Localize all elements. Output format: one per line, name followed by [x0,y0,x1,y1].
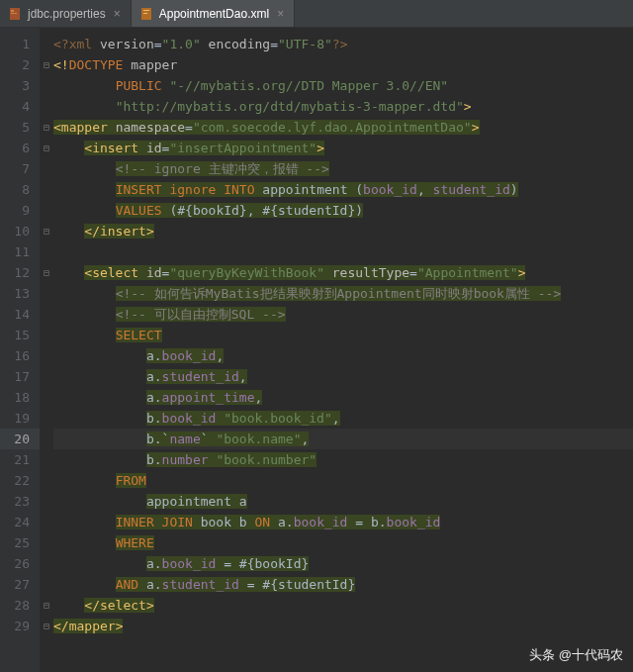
code-line: <mapper namespace="com.soecode.lyf.dao.A… [53,117,633,138]
close-icon[interactable]: × [112,7,123,21]
code-line: b.number "book.number" [53,449,633,470]
code-line: <!-- 如何告诉MyBatis把结果映射到Appointment同时映射boo… [53,283,633,304]
code-line: "http://mybatis.org/dtd/mybatis-3-mapper… [53,96,633,117]
file-icon [139,7,153,21]
code-line: <insert id="insertAppointment"> [53,138,633,158]
svg-rect-2 [11,13,17,14]
code-line: a.book_id, [53,345,633,366]
editor: 1234567891011121314151617181920212223242… [0,28,633,672]
code-line: a.student_id, [53,366,633,387]
code-line: <?xml version="1.0" encoding="UTF-8"?> [53,34,633,54]
code-line: </insert> [53,221,633,241]
watermark: 头条 @十代码农 [529,646,623,664]
code-line: <!-- ignore 主键冲突，报错 --> [53,158,633,179]
code-line: appointment a [53,491,633,512]
code-line: b.book_id "book.book_id", [53,408,633,429]
code-line: FROM [53,470,633,491]
svg-rect-1 [11,10,14,12]
code-line: AND a.student_id = #{studentId} [53,574,633,595]
code-line: a.book_id = #{bookId} [53,553,633,574]
tab-jdbc-properties[interactable]: jdbc.properties × [0,0,132,27]
code-line: b.`name` "book.name", [53,429,633,449]
code-line: INSERT ignore INTO appointment (book_id,… [53,179,633,200]
code-area[interactable]: <?xml version="1.0" encoding="UTF-8"?> <… [53,28,633,672]
code-line: a.appoint_time, [53,387,633,408]
close-icon[interactable]: × [275,7,286,21]
code-line: <select id="queryByKeyWithBook" resultTy… [53,262,633,283]
tab-bar: jdbc.properties × AppointmentDao.xml × [0,0,633,28]
code-line: WHERE [53,532,633,553]
tab-label: jdbc.properties [28,7,106,21]
svg-rect-5 [143,13,147,14]
code-line: SELECT [53,325,633,345]
tab-label: AppointmentDao.xml [159,7,269,21]
fold-gutter: ⊟⊟⊟⊟⊟⊟⊟ [40,28,53,672]
code-line: PUBLIC "-//mybatis.org//DTD Mapper 3.0//… [53,75,633,96]
code-line [53,241,633,262]
code-line: <!-- 可以自由控制SQL --> [53,304,633,325]
code-line: VALUES (#{bookId}, #{studentId}) [53,200,633,221]
line-number-gutter: 1234567891011121314151617181920212223242… [0,28,40,672]
file-icon [8,7,22,21]
code-line: INNER JOIN book b ON a.book_id = b.book_… [53,512,633,532]
code-line: </mapper> [53,616,633,636]
tab-appointment-dao[interactable]: AppointmentDao.xml × [132,0,295,27]
svg-rect-4 [143,10,149,11]
code-line: </select> [53,595,633,616]
code-line: <!DOCTYPE mapper [53,54,633,75]
